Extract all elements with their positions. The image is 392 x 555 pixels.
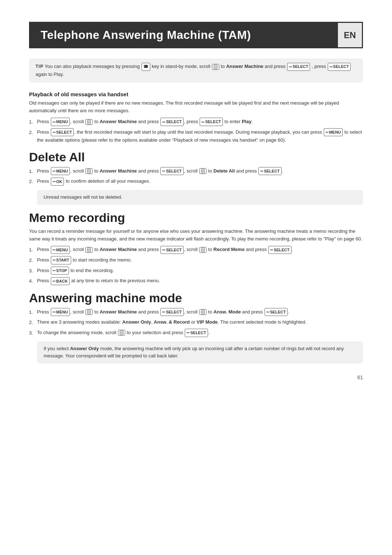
delete-section: Delete All 1. Press MENU, scroll to Answ… xyxy=(29,150,363,205)
menu-btn-d1: MENU xyxy=(51,167,70,175)
menu-btn-m1: MENU xyxy=(51,246,70,254)
scroll-icon xyxy=(212,64,219,70)
tip-text2: key in stand-by mode, scroll xyxy=(152,64,212,69)
menu-btn-p2: MENU xyxy=(324,128,343,136)
answering-section: Answering machine mode 1. Press MENU, sc… xyxy=(29,291,363,364)
select-btn-a3: SELECT xyxy=(185,329,208,337)
scroll-m1 xyxy=(85,247,93,253)
select-btn-p1: SELECT xyxy=(160,118,183,126)
select-btn-p1b: SELECT xyxy=(200,118,222,126)
tip-text4: , press xyxy=(312,64,327,69)
tip-box: TIP You can also playback messages by pr… xyxy=(29,58,363,82)
memo-section: Memo recording You can record a reminder… xyxy=(29,211,363,285)
page-title: Telephone Answering Machine (TAM) xyxy=(29,22,337,48)
menu-btn-a1: MENU xyxy=(51,308,70,316)
page-header: Telephone Answering Machine (TAM) EN xyxy=(29,22,363,48)
select-btn-tip2: SELECT xyxy=(328,63,351,71)
scroll-d1 xyxy=(85,168,93,174)
delete-step-1: 1. Press MENU, scroll to Answer Machine … xyxy=(29,167,363,175)
tip-text3: to Answer Machine and press xyxy=(221,64,287,69)
answering-title: Answering machine mode xyxy=(29,291,363,305)
back-btn-m4: BACK xyxy=(51,277,70,285)
scroll-a3 xyxy=(118,330,125,336)
tip-label: TIP xyxy=(36,64,44,69)
stop-btn-m3: STOP xyxy=(51,267,69,275)
page-number: 61 xyxy=(29,374,363,380)
scroll-a1b xyxy=(199,309,207,315)
memo-intro: You can record a reminder message for yo… xyxy=(29,228,363,243)
playback-steps: 1. Press MENU, scroll to Answer Machine … xyxy=(29,118,363,144)
menu-btn-p1: MENU xyxy=(51,118,70,126)
answering-step-3: 3. To change the answering mode, scroll … xyxy=(29,329,363,337)
playback-section: Playback of old messages via handset Old… xyxy=(29,91,363,144)
memo-step-3: 3. Press STOP to end the recording. xyxy=(29,267,363,275)
scroll-p1 xyxy=(85,119,93,125)
scroll-a1 xyxy=(85,309,93,315)
tip-text5: again to Play. xyxy=(36,72,64,77)
playback-step-2: 2. Press SELECT, the first recorded mess… xyxy=(29,128,363,144)
select-btn-tip1: SELECT xyxy=(287,63,310,71)
scroll-d1b xyxy=(199,168,207,174)
select-btn-m1: SELECT xyxy=(160,246,183,254)
language-badge: EN xyxy=(337,22,363,48)
ok-btn-d2: OK xyxy=(51,178,64,186)
scroll-m1b xyxy=(199,247,207,253)
memo-title: Memo recording xyxy=(29,211,363,225)
memo-steps: 1. Press MENU, scroll to Answer Machine … xyxy=(29,246,363,285)
answering-steps: 1. Press MENU, scroll to Answer Machine … xyxy=(29,308,363,337)
memo-step-1: 1. Press MENU, scroll to Answer Machine … xyxy=(29,246,363,254)
answering-step-2: 2. There are 3 answering modes available… xyxy=(29,318,363,326)
playback-intro: Old messages can only be played if there… xyxy=(29,100,363,115)
playback-title: Playback of old messages via handset xyxy=(29,91,363,97)
select-btn-d1: SELECT xyxy=(160,167,183,175)
select-btn-m1b: SELECT xyxy=(268,246,291,254)
delete-step-2: 2. Press OK to confirm deletion of all y… xyxy=(29,177,363,186)
select-btn-d1b: SELECT xyxy=(258,167,281,175)
tip-text: You can also playback messages by pressi… xyxy=(45,64,141,69)
select-btn-a1: SELECT xyxy=(160,308,183,316)
delete-steps: 1. Press MENU, scroll to Answer Machine … xyxy=(29,167,363,186)
delete-note: Unread messages will not be deleted. xyxy=(37,190,363,205)
answering-step-1: 1. Press MENU, scroll to Answer Machine … xyxy=(29,308,363,316)
select-btn-p2: SELECT xyxy=(51,128,74,136)
phone-key-icon: ☎ xyxy=(142,63,150,71)
answering-note: If you select Answer Only mode, the answ… xyxy=(37,341,363,364)
start-btn-m2: START xyxy=(51,256,71,264)
memo-step-2: 2. Press START to start recording the me… xyxy=(29,256,363,264)
memo-step-4: 4. Press BACK at any time to return to t… xyxy=(29,277,363,285)
delete-title: Delete All xyxy=(29,150,363,164)
select-btn-a1b: SELECT xyxy=(265,308,287,316)
playback-step-1: 1. Press MENU, scroll to Answer Machine … xyxy=(29,118,363,126)
